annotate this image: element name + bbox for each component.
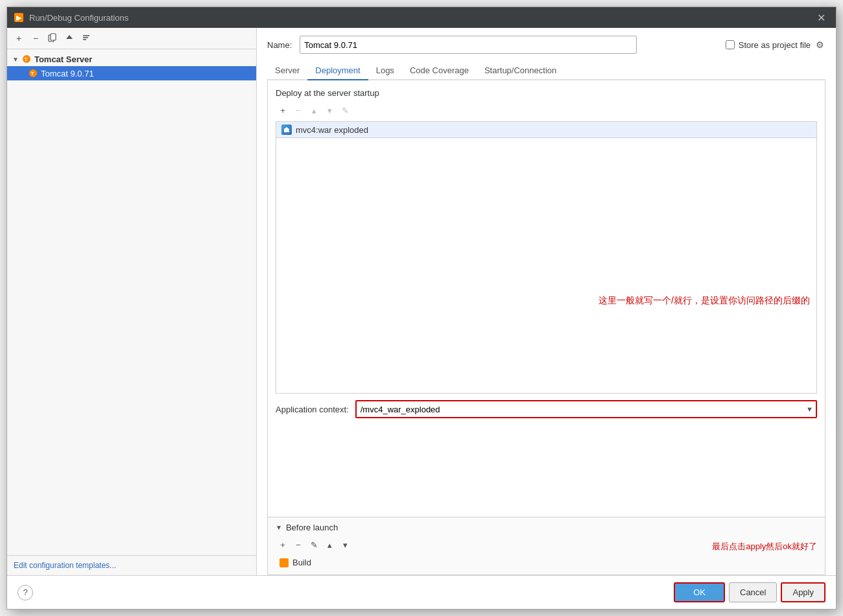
add-icon: + bbox=[16, 33, 21, 43]
deployment-tab-content: Deploy at the server startup + − ▴ ▾ ✎ bbox=[267, 80, 825, 517]
before-launch-down-button[interactable]: ▾ bbox=[338, 538, 352, 552]
left-toolbar: + − bbox=[7, 28, 256, 49]
copy-config-button[interactable] bbox=[45, 30, 60, 46]
before-launch-edit-button[interactable]: ✎ bbox=[307, 538, 321, 552]
remove-icon: − bbox=[33, 33, 38, 43]
app-context-input[interactable] bbox=[357, 401, 803, 417]
name-row: Name: Store as project file ⚙ bbox=[267, 36, 825, 54]
copy-icon bbox=[48, 33, 57, 44]
before-launch-remove-button[interactable]: − bbox=[291, 538, 305, 552]
cancel-button[interactable]: Cancel bbox=[729, 582, 777, 602]
name-label: Name: bbox=[267, 40, 292, 50]
svg-rect-3 bbox=[51, 34, 56, 40]
tab-startup-connection[interactable]: Startup/Connection bbox=[477, 62, 564, 80]
store-project-checkbox[interactable] bbox=[726, 40, 735, 49]
main-content: + − bbox=[7, 28, 836, 575]
apply-button[interactable]: Apply bbox=[781, 582, 825, 602]
deploy-remove-button[interactable]: − bbox=[291, 103, 305, 117]
svg-marker-12 bbox=[284, 127, 289, 132]
gear-button[interactable]: ⚙ bbox=[814, 38, 825, 51]
deploy-item-mvc4[interactable]: mvc4:war exploded bbox=[276, 122, 816, 138]
annotation-path: 这里一般就写一个/就行，是设置你访问路径的后缀的 bbox=[599, 295, 810, 307]
right-panel: Name: Store as project file ⚙ Server Dep… bbox=[257, 28, 836, 575]
tab-logs[interactable]: Logs bbox=[368, 62, 402, 80]
before-launch-chevron-icon[interactable]: ▼ bbox=[276, 524, 282, 531]
tomcat-item-label: Tomcat 9.0.71 bbox=[41, 69, 94, 78]
deploy-add-button[interactable]: + bbox=[276, 103, 290, 117]
before-launch-title: Before launch bbox=[286, 523, 338, 532]
sort-button[interactable] bbox=[78, 30, 94, 46]
tab-deployment[interactable]: Deployment bbox=[307, 62, 368, 80]
tree-group-tomcat[interactable]: ▼ T Tomcat Server bbox=[7, 52, 256, 66]
move-up-button[interactable] bbox=[62, 30, 77, 46]
svg-marker-4 bbox=[66, 35, 73, 39]
before-launch-item-build: Build bbox=[276, 556, 817, 569]
app-context-input-wrapper: ▼ bbox=[355, 400, 817, 418]
tomcat-group-icon: T bbox=[21, 54, 32, 64]
before-launch-annotation: 最后点击apply然后ok就好了 bbox=[712, 541, 817, 552]
app-context-dropdown-button[interactable]: ▼ bbox=[803, 405, 816, 413]
config-tree: ▼ T Tomcat Server T bbox=[7, 49, 256, 555]
move-up-icon bbox=[65, 33, 74, 44]
dialog-title: Run/Debug Configurations bbox=[29, 13, 813, 23]
deploy-down-button[interactable]: ▾ bbox=[322, 103, 337, 117]
deploy-title: Deploy at the server startup bbox=[276, 88, 817, 98]
svg-text:T: T bbox=[24, 56, 27, 62]
remove-config-button[interactable]: − bbox=[28, 30, 43, 46]
svg-rect-13 bbox=[281, 560, 287, 566]
store-project-area: Store as project file ⚙ bbox=[726, 38, 825, 51]
war-exploded-icon bbox=[281, 124, 292, 135]
name-input[interactable] bbox=[300, 36, 637, 54]
deploy-item-label: mvc4:war exploded bbox=[296, 125, 368, 135]
tabs-bar: Server Deployment Logs Code Coverage Sta… bbox=[267, 62, 825, 80]
deploy-toolbar: + − ▴ ▾ ✎ bbox=[276, 103, 817, 117]
ok-button[interactable]: OK bbox=[674, 582, 725, 602]
add-config-button[interactable]: + bbox=[11, 30, 27, 46]
before-launch-header: ▼ Before launch bbox=[276, 523, 817, 532]
sort-icon bbox=[82, 33, 91, 44]
edit-config-templates-link[interactable]: Edit configuration templates... bbox=[7, 555, 256, 575]
deploy-list: mvc4:war exploded 这里一般就写一个/就行，是设置你访问路径的后… bbox=[276, 121, 817, 394]
before-launch-item-label: Build bbox=[292, 558, 311, 567]
run-debug-dialog: ▶ Run/Debug Configurations ✕ + − bbox=[6, 6, 837, 610]
dialog-icon: ▶ bbox=[14, 12, 24, 23]
tree-item-tomcat-9071[interactable]: T Tomcat 9.0.71 bbox=[7, 66, 256, 80]
deploy-edit-button[interactable]: ✎ bbox=[338, 103, 352, 117]
before-launch-toolbar: + − ✎ ▴ ▾ bbox=[276, 538, 352, 552]
tomcat-item-icon: T bbox=[28, 68, 38, 78]
left-panel: + − bbox=[7, 28, 257, 575]
tab-code-coverage[interactable]: Code Coverage bbox=[402, 62, 477, 80]
help-icon: ? bbox=[23, 587, 27, 597]
before-launch-up-button[interactable]: ▴ bbox=[322, 538, 337, 552]
app-context-row: Application context: ▼ bbox=[276, 394, 817, 423]
close-button[interactable]: ✕ bbox=[813, 10, 829, 25]
title-bar: ▶ Run/Debug Configurations ✕ bbox=[7, 7, 836, 28]
help-button[interactable]: ? bbox=[18, 585, 33, 600]
store-project-label: Store as project file bbox=[739, 40, 811, 50]
before-launch-add-button[interactable]: + bbox=[276, 538, 290, 552]
tomcat-group-label: Tomcat Server bbox=[34, 54, 92, 64]
bottom-bar: ? OK Cancel Apply bbox=[7, 575, 836, 609]
bottom-buttons: OK Cancel Apply bbox=[674, 582, 825, 602]
build-icon bbox=[279, 558, 289, 567]
svg-text:▶: ▶ bbox=[16, 14, 22, 21]
deploy-up-button[interactable]: ▴ bbox=[307, 103, 321, 117]
tab-server[interactable]: Server bbox=[267, 62, 307, 80]
app-context-label: Application context: bbox=[276, 405, 349, 414]
svg-text:T: T bbox=[31, 71, 34, 77]
chevron-down-icon: ▼ bbox=[12, 56, 19, 63]
before-launch-section: ▼ Before launch + − ✎ ▴ ▾ 最后点击apply然后ok就… bbox=[267, 517, 825, 575]
